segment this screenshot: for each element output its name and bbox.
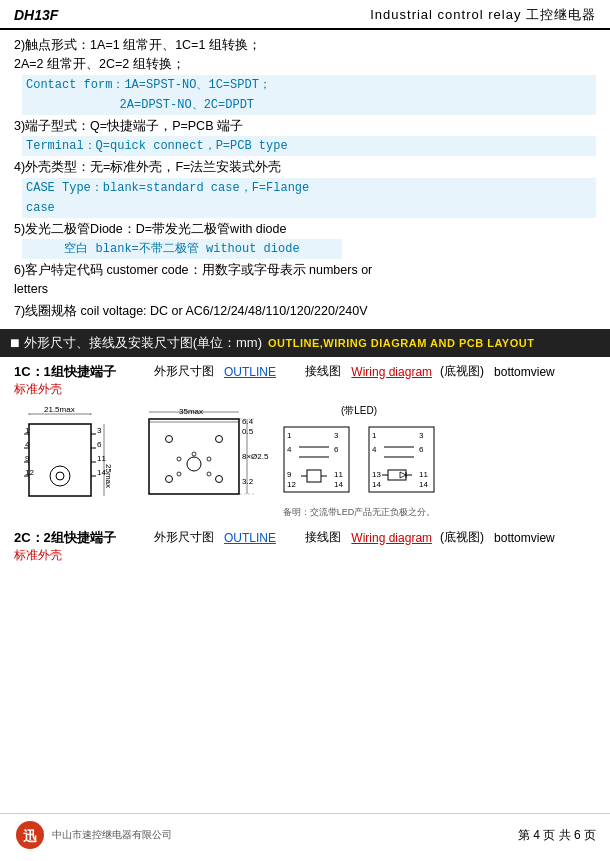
diagram2-outline-cn: 外形尺寸图 bbox=[154, 529, 214, 546]
section-2: 2)触点形式：1A=1 组常开、1C=1 组转换； 2A=2 组常开、2C=2 … bbox=[14, 36, 596, 115]
diagram2-bottom: bottomview bbox=[494, 531, 555, 545]
diagram1-wiring-en[interactable]: Wiring diagram bbox=[351, 365, 432, 379]
diagram1-section: 1C：1组快捷端子 标准外壳 外形尺寸图 OUTLINE 接线图 Wiring … bbox=[0, 357, 610, 564]
diagram1-wiring-paren: (底视图) bbox=[440, 363, 484, 380]
diagram2-section: 2C：2组快捷端子 标准外壳 外形尺寸图 OUTLINE 接线图 Wiring … bbox=[14, 529, 596, 564]
svg-rect-69 bbox=[388, 470, 406, 480]
diagram1-sep bbox=[284, 365, 297, 379]
diagram2-sep bbox=[284, 531, 297, 545]
svg-text:11: 11 bbox=[419, 470, 428, 479]
diagrams-1c: 1 4 9 12 3 6 11 14 bbox=[14, 404, 596, 519]
diagram2-label: 2C：2组快捷端子 bbox=[14, 529, 154, 547]
diagram2-links: 外形尺寸图 OUTLINE 接线图 Wiring diagram (底视图) b… bbox=[154, 529, 555, 546]
page-footer: 迅 中山市速控继电器有限公司 第 4 页 共 6 页 bbox=[0, 813, 610, 851]
section2-main: 2)触点形式：1A=1 组常开、1C=1 组转换； bbox=[14, 36, 596, 55]
svg-rect-0 bbox=[29, 424, 91, 496]
diagram1-outline-cn: 外形尺寸图 bbox=[154, 363, 214, 380]
diagram2-wiring-en[interactable]: Wiring diagram bbox=[351, 531, 432, 545]
svg-text:4: 4 bbox=[287, 445, 292, 454]
svg-point-25 bbox=[166, 436, 173, 443]
section2-line2: 2A=2 组常开、2C=2 组转换； bbox=[14, 55, 596, 74]
svg-point-33 bbox=[177, 472, 181, 476]
case-word: CASE bbox=[26, 181, 55, 195]
black-square-icon: ■ bbox=[10, 334, 20, 352]
svg-point-31 bbox=[192, 452, 196, 456]
diagram1-note: 备明：交流带LED产品无正负极之分。 bbox=[283, 506, 436, 519]
svg-point-28 bbox=[216, 476, 223, 483]
section-3: 3)端子型式：Q=快捷端子，P=PCB 端子 Terminal：Q=quick … bbox=[14, 117, 596, 156]
diagram2-label-block: 2C：2组快捷端子 标准外壳 bbox=[14, 529, 154, 564]
outline-cn-title: 外形尺寸、接线及安装尺寸图(单位：mm) bbox=[24, 334, 262, 352]
svg-rect-55 bbox=[307, 470, 321, 482]
wiring-svg-no-led: 1 4 3 6 9 12 11 14 bbox=[279, 422, 354, 502]
svg-text:11: 11 bbox=[97, 454, 106, 463]
section4-sub2: case bbox=[22, 198, 596, 218]
section3-sub: Terminal：Q=quick connect，P=PCB type bbox=[22, 136, 596, 156]
svg-point-29 bbox=[187, 457, 201, 471]
section-4: 4)外壳类型：无=标准外壳，F=法兰安装式外壳 CASE Type：blank=… bbox=[14, 158, 596, 217]
svg-text:3: 3 bbox=[419, 431, 424, 440]
svg-text:35max: 35max bbox=[179, 407, 203, 416]
svg-point-27 bbox=[166, 476, 173, 483]
svg-point-1 bbox=[50, 466, 70, 486]
diagram1-outline-row: 外形尺寸图 OUTLINE 接线图 Wiring diagram (底视图) b… bbox=[154, 363, 555, 380]
outline-svg-1c: 1 4 9 12 3 6 11 14 bbox=[24, 404, 129, 514]
svg-text:12: 12 bbox=[25, 468, 34, 477]
section4-sub1: CASE Type：blank=standard case，F=Flange bbox=[22, 178, 596, 198]
section-7: 7)线圈规格 coil voltage: DC or AC6/12/24/48/… bbox=[14, 302, 596, 321]
svg-text:3: 3 bbox=[97, 426, 102, 435]
svg-text:6: 6 bbox=[97, 440, 102, 449]
section2-sub1: Contact form：1A=SPST-NO、1C=SPDT； bbox=[22, 75, 596, 95]
diagram2-header-row: 2C：2组快捷端子 标准外壳 外形尺寸图 OUTLINE 接线图 Wiring … bbox=[14, 529, 596, 564]
type-word: type bbox=[259, 139, 288, 153]
section7-main: 7)线圈规格 coil voltage: DC or AC6/12/24/48/… bbox=[14, 302, 596, 321]
page-header: DH13F Industrial control relay 工控继电器 bbox=[0, 0, 610, 30]
diagram1-sub-label: 标准外壳 bbox=[14, 381, 154, 398]
diagram1-label: 1C：1组快捷端子 bbox=[14, 363, 154, 381]
led-label: (带LED) bbox=[341, 404, 377, 418]
pcb-svg-1c: 35max 6.4 0.5 8×Ø2.5 3.2 bbox=[139, 404, 269, 514]
diagram2-wiring-cn: 接线图 bbox=[305, 529, 341, 546]
svg-marker-70 bbox=[400, 472, 406, 478]
section2-sub2: 2A=DPST-NO、2C=DPDT bbox=[22, 95, 596, 115]
section6-main: 6)客户特定代码 customer code：用数字或字母表示 numbers … bbox=[14, 261, 596, 280]
diagram2-label-text: 2C：2组快捷端子 bbox=[14, 530, 116, 545]
diagram1-header-row: 1C：1组快捷端子 标准外壳 外形尺寸图 OUTLINE 接线图 Wiring … bbox=[14, 363, 596, 398]
diagram2-outline-en[interactable]: OUTLINE bbox=[224, 531, 276, 545]
diagram1-outline-en[interactable]: OUTLINE bbox=[224, 365, 276, 379]
svg-point-26 bbox=[216, 436, 223, 443]
wiring-svg-with-led: 1 4 3 6 13 14 11 14 bbox=[364, 422, 439, 502]
diagram1-links: 外形尺寸图 OUTLINE 接线图 Wiring diagram (底视图) b… bbox=[154, 363, 555, 380]
svg-text:4: 4 bbox=[372, 445, 377, 454]
svg-text:3.2: 3.2 bbox=[242, 477, 254, 486]
section5-sub: 空白 blank=不带二极管 without diode bbox=[22, 239, 342, 259]
svg-text:6.4: 6.4 bbox=[242, 417, 254, 426]
svg-text:6: 6 bbox=[419, 445, 424, 454]
company-logo-icon: 迅 bbox=[14, 819, 46, 851]
outline-en-title: OUTLINE,WIRING DIAGRAM AND PCB LAYOUT bbox=[268, 337, 534, 349]
svg-point-30 bbox=[177, 457, 181, 461]
svg-point-32 bbox=[207, 457, 211, 461]
svg-text:8×Ø2.5: 8×Ø2.5 bbox=[242, 452, 269, 461]
svg-point-34 bbox=[207, 472, 211, 476]
section5-main: 5)发光二极管Diode：D=带发光二极管with diode bbox=[14, 220, 596, 239]
svg-text:1: 1 bbox=[25, 426, 30, 435]
diagram2-outline-row: 外形尺寸图 OUTLINE 接线图 Wiring diagram (底视图) b… bbox=[154, 529, 555, 546]
section6-sub: letters bbox=[14, 280, 596, 299]
section-6: 6)客户特定代码 customer code：用数字或字母表示 numbers … bbox=[14, 261, 596, 300]
svg-point-2 bbox=[56, 472, 64, 480]
footer-logo-section: 迅 中山市速控继电器有限公司 bbox=[14, 819, 172, 851]
outline-section-header: ■ 外形尺寸、接线及安装尺寸图(单位：mm) OUTLINE,WIRING DI… bbox=[0, 329, 610, 357]
svg-text:迅: 迅 bbox=[23, 828, 38, 844]
svg-text:25max: 25max bbox=[104, 464, 113, 488]
wiring-pair: 1 4 3 6 9 12 11 14 bbox=[279, 422, 439, 502]
model-number: DH13F bbox=[14, 7, 58, 23]
svg-text:21.5max: 21.5max bbox=[44, 405, 75, 414]
company-name: 中山市速控继电器有限公司 bbox=[52, 828, 172, 842]
svg-text:4: 4 bbox=[25, 440, 30, 449]
product-title: Industrial control relay 工控继电器 bbox=[370, 6, 596, 24]
diagram1-bottom: bottomview bbox=[494, 365, 555, 379]
svg-text:13: 13 bbox=[372, 470, 381, 479]
diagram1-wiring-cn: 接线图 bbox=[305, 363, 341, 380]
diagram2-sub-label: 标准外壳 bbox=[14, 547, 154, 564]
